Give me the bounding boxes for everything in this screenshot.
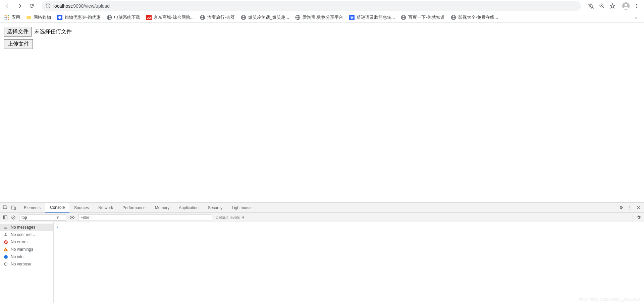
live-expression-icon[interactable] [69, 215, 75, 220]
devtools-tab-application[interactable]: Application [174, 203, 203, 213]
svg-rect-58 [5, 249, 6, 250]
caret-down-icon: ▼ [241, 215, 245, 220]
address-bar[interactable]: localhost:9090/view/upload [42, 1, 581, 11]
device-toggle-icon[interactable] [11, 205, 16, 210]
bookmark-item[interactable]: 购物优惠券-购优惠 [57, 14, 101, 20]
console-filter-user[interactable]: No user me... [0, 231, 53, 238]
devtools-tab-lighthouse[interactable]: Lighthouse [227, 203, 256, 213]
translate-icon[interactable] [586, 1, 596, 11]
user-icon [3, 232, 8, 237]
inspect-icon[interactable] [3, 205, 8, 210]
devtools-tab-performance[interactable]: Performance [118, 203, 150, 213]
devtools-close-icon[interactable] [636, 205, 641, 210]
clear-console-icon[interactable] [11, 215, 16, 220]
bookmark-icon [451, 15, 456, 20]
devtools-tab-elements[interactable]: Elements [19, 203, 45, 213]
console-settings-icon[interactable] [633, 215, 641, 220]
bookmark-item[interactable]: 爱淘宝,购物分享平台 [295, 14, 343, 20]
profile-icon[interactable] [621, 1, 631, 11]
site-info-icon[interactable] [46, 3, 51, 8]
bookmarks-bar: 应用 网络购物购物优惠券-购优惠电脑系统下载JD京东商城-综合网购...淘宝旅行… [0, 12, 644, 23]
devtools-tab-sources[interactable]: Sources [69, 203, 94, 213]
verbose-icon [3, 262, 8, 266]
svg-point-12 [4, 15, 5, 16]
forward-button[interactable] [15, 1, 24, 11]
sidebar-toggle-icon[interactable] [3, 215, 8, 220]
bookmark-item[interactable]: JD京东商城-综合网购... [146, 14, 194, 20]
zoom-icon[interactable] [597, 1, 606, 11]
bookmark-icon: JD [146, 15, 152, 20]
bookmark-item[interactable]: 网络购物 [26, 14, 51, 20]
bookmark-icon [57, 15, 62, 20]
back-button[interactable] [3, 1, 12, 11]
bookmark-item[interactable]: 爆笑冷笑话_爆笑趣... [241, 14, 289, 20]
filter-input[interactable] [78, 214, 212, 221]
console-filter-label: No user me... [11, 232, 35, 237]
reload-button[interactable] [27, 1, 36, 11]
bookmarks-overflow[interactable]: » [632, 15, 640, 20]
context-selector[interactable]: top ▼ [19, 215, 66, 221]
console-filter-verbose[interactable]: No verbose [0, 260, 53, 268]
arrow-right-icon [16, 3, 22, 9]
apps-icon [4, 15, 9, 20]
svg-point-15 [4, 17, 5, 18]
bookmark-label: 猜谜语及脑筋急转... [357, 14, 395, 20]
console-sidebar: No messagesNo user me...No errorsNo warn… [0, 222, 54, 303]
svg-point-11 [636, 7, 637, 8]
console-filter-label: No info [11, 254, 23, 259]
console-filter-info[interactable]: No info [0, 253, 53, 260]
svg-rect-52 [3, 216, 5, 219]
star-icon[interactable] [608, 1, 617, 11]
bookmark-item[interactable]: 谜猜谜语及脑筋急转... [349, 14, 395, 20]
svg-rect-62 [5, 256, 6, 256]
svg-point-55 [71, 217, 73, 218]
devtools-tab-security[interactable]: Security [203, 203, 227, 213]
devtools-more-icon[interactable] [628, 205, 632, 210]
bookmark-item[interactable]: 影视大全-免费在线... [451, 14, 498, 20]
menu-icon[interactable] [632, 1, 641, 11]
svg-point-56 [5, 233, 7, 235]
upload-button[interactable]: 上传文件 [4, 39, 33, 49]
bookmark-label: 电脑系统下载 [114, 14, 140, 20]
browser-toolbar: localhost:9090/view/upload [0, 0, 644, 12]
bookmark-icon [295, 15, 301, 20]
console-filter-label: No verbose [11, 262, 31, 266]
bookmark-item[interactable]: 百度一下-你就知道 [401, 14, 444, 20]
svg-rect-61 [5, 256, 6, 258]
svg-point-18 [4, 18, 5, 19]
devtools-settings-icon[interactable] [619, 205, 624, 210]
console-filter-error[interactable]: No errors [0, 238, 53, 246]
bookmark-icon [241, 15, 246, 20]
svg-point-48 [630, 206, 630, 206]
console-filter-warn[interactable]: No warnings [0, 246, 53, 253]
list-icon [3, 225, 8, 230]
svg-point-13 [6, 15, 7, 16]
console-filter-list[interactable]: No messages [0, 224, 53, 231]
devtools-tab-network[interactable]: Network [94, 203, 118, 213]
svg-point-14 [8, 15, 9, 16]
devtools-tab-memory[interactable]: Memory [150, 203, 174, 213]
toolbar-right [586, 1, 641, 11]
console-filter-label: No messages [11, 225, 35, 230]
url-text: localhost:9090/view/upload [53, 3, 110, 9]
log-levels-selector[interactable]: Default levels ▼ [216, 215, 245, 220]
bookmark-icon [26, 15, 32, 20]
bookmark-label: 网络购物 [34, 14, 51, 20]
bookmark-item[interactable]: 电脑系统下载 [107, 14, 140, 20]
devtools-tab-console[interactable]: Console [45, 203, 69, 213]
bookmark-label: 影视大全-免费在线... [458, 14, 498, 20]
warn-icon [3, 247, 8, 252]
console-output[interactable]: › https://blog.csdn.net/qq_33012981 [54, 222, 644, 303]
error-icon [3, 240, 8, 244]
svg-line-54 [12, 216, 15, 219]
arrow-left-icon [4, 3, 10, 9]
choose-file-button[interactable]: 选择文件 [4, 27, 32, 37]
svg-point-22 [58, 16, 61, 19]
apps-label: 应用 [11, 14, 20, 20]
apps-shortcut[interactable]: 应用 [4, 14, 20, 20]
svg-text:谜: 谜 [350, 16, 354, 19]
bookmark-item[interactable]: 淘宝旅行-去呀 [200, 14, 235, 20]
bookmark-icon [401, 15, 406, 20]
caret-down-icon: ▼ [56, 215, 60, 220]
bookmark-icon [107, 15, 112, 20]
